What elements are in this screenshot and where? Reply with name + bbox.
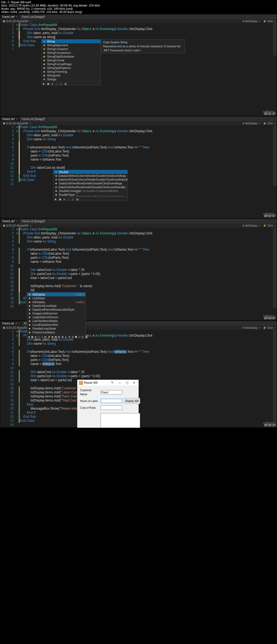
close-icon[interactable]: ×: [16, 220, 17, 223]
breadcrumb-member[interactable]: ◈btnDisplay: [241, 224, 259, 227]
video-timestamp: 00:05:27: [264, 424, 276, 427]
intellisense-popup[interactable]: ◆Double◆DataGridViewColumnDividerDoubleC…: [53, 170, 128, 201]
tab-form1-vb[interactable]: Form1.vb*×: [0, 219, 20, 224]
tab-form1-design[interactable]: Form1.vb [Design]*: [20, 14, 48, 19]
event-icon: ⚡: [263, 20, 266, 23]
vertical-scrollbar[interactable]: [273, 227, 277, 308]
intellisense-item[interactable]: ◆ListViewItemStates: [27, 319, 85, 323]
breadcrumb-project[interactable]: ▣S-01-02-RepairBill: [1, 122, 30, 125]
vertical-scrollbar[interactable]: [273, 330, 277, 427]
editor-tabs: Form1.vb*× Form1.vb [Design]*: [0, 14, 277, 19]
dialog-titlebar[interactable]: Repair Bill — ▢ ✕: [77, 380, 138, 386]
breadcrumb-bar: ▣S-01-02-RepairBill ▾ ◈btnDisplay▾ ⚡Clic…: [0, 19, 277, 23]
intellisense-popup[interactable]: ◆lstDisplayListBox◆LinkState◆lstDisplayL…: [27, 292, 86, 338]
intellisense-item[interactable]: ◆String: [42, 39, 101, 43]
code-editor[interactable]: 1234567891011121314151617181920 ⊟⊟ Publi…: [0, 227, 277, 308]
tab-form1-design[interactable]: Form1.vb [Design]*: [20, 117, 48, 121]
intellisense-item[interactable]: ◆StringDigitSubstitute: [42, 55, 101, 58]
close-icon[interactable]: ×: [16, 15, 17, 18]
intellisense-item[interactable]: ◆StringSplitOptions: [42, 66, 101, 70]
close-icon[interactable]: ×: [18, 322, 19, 325]
file-name-line: File: 2. Repair Bill.mp4: [1, 1, 276, 4]
intellisense-item[interactable]: ◆ParallelLoopState: [27, 327, 85, 330]
tab-form1-vb[interactable]: Form1.vb*×: [0, 117, 20, 121]
display-bill-button[interactable]: Display Bill: [124, 398, 140, 404]
intellisense-item[interactable]: ◆StringComparison: [42, 51, 101, 55]
app-icon: [79, 381, 83, 385]
file-metadata: File: 2. Repair Bill.mp4 Size: 16311176 …: [0, 0, 277, 14]
breadcrumb-member[interactable]: ◈btnDisplay: [241, 326, 259, 329]
code-editor[interactable]: 1234567 ⊟⊟ Public Class frmRepairBill Pr…: [0, 23, 277, 55]
intellisense-item[interactable]: ◆DataGridViewRowDividerDoubleClickEventH…: [54, 185, 127, 189]
code-editor[interactable]: 123456789101112131415 ⊟⊟ Public Class fr…: [0, 125, 277, 186]
video-timestamp: 00:01:37: [264, 112, 276, 115]
intellisense-tooltip: Class System.String Represents text as a…: [101, 39, 185, 54]
intellisense-filter-toolbar[interactable]: ◆▣◈▢◇▤: [42, 81, 101, 85]
intellisense-item[interactable]: ◆lstDisplayListBox: [27, 300, 85, 304]
breadcrumb-event[interactable]: ⚡Click: [261, 224, 275, 227]
intellisense-filter-toolbar[interactable]: ◆▣◈▢◇▤⚡◉▦◐◑▲▼◎⬣⬡◫🔒: [27, 334, 85, 338]
intellisense-item[interactable]: ◆DoubleType (in Microsoft.VisualBasic.Co…: [54, 193, 127, 197]
video-timestamp: 00:04:07: [264, 317, 276, 320]
intellisense-item[interactable]: ◆DataGridViewRowDividerDoubleClickEventA…: [54, 181, 127, 185]
tab-form1-design[interactable]: Form1.vb [Design]*: [20, 219, 48, 224]
breadcrumb-event[interactable]: ⚡Click: [261, 122, 275, 125]
dialog-title: Repair Bill: [84, 381, 97, 385]
intellisense-item[interactable]: ◆Strings: [42, 77, 101, 81]
intellisense-item[interactable]: ◆DataGridParentRowsLabelStyle: [27, 308, 85, 311]
intellisense-item[interactable]: ◆StringFormat: [42, 58, 101, 62]
frame-2: Form1.vb*× Form1.vb [Design]* ▣S-01-02-R…: [0, 116, 277, 218]
intellisense-item[interactable]: ◆DataGridViewColumnDividerDoubleClickEve…: [54, 174, 127, 178]
parts-label: Cost of Parts: [80, 406, 99, 410]
breadcrumb-project[interactable]: ▣S-01-02-RepairBill: [1, 326, 30, 329]
tab-form1-vb[interactable]: Form1.vb⇲×: [0, 321, 22, 326]
intellisense-filter-toolbar[interactable]: ◆▣◈▢◇▤: [54, 197, 127, 201]
breadcrumb-event[interactable]: ⚡Click: [261, 20, 275, 23]
hours-input[interactable]: [101, 399, 122, 403]
intellisense-item[interactable]: ◆LdapStyleUriParser: [27, 315, 85, 319]
breadcrumb-project[interactable]: ▣S-01-02-RepairBill: [1, 20, 30, 23]
intellisense-item[interactable]: ◆DataGridViewColumnDividerDoubleClickEve…: [54, 178, 127, 181]
intellisense-item[interactable]: ◆LocalDataStoreSlot: [27, 323, 85, 327]
intellisense-item[interactable]: ◆StringFormatFlags: [42, 62, 101, 66]
code-editor[interactable]: 123456789101112131415161718192021222324 …: [0, 330, 277, 427]
parts-input[interactable]: [101, 406, 122, 410]
file-size-line: Size: 16311176 bytes (15.56 MiB), durati…: [1, 4, 276, 7]
close-icon[interactable]: ×: [16, 118, 17, 120]
file-video-line: Video: h264, yuv420p, 1280x720, 125 kb/s…: [1, 10, 276, 14]
output-listbox[interactable]: [101, 413, 140, 428]
frame-1: Form1.vb*× Form1.vb [Design]* ▣S-01-02-R…: [0, 14, 277, 116]
tab-form1-vb[interactable]: Form1.vb*×: [0, 14, 20, 19]
vertical-scrollbar[interactable]: [273, 23, 277, 55]
repair-bill-window[interactable]: Repair Bill — ▢ ✕ Customer Name Hours of…: [77, 380, 139, 428]
maximize-button[interactable]: ▢: [124, 381, 130, 385]
close-button[interactable]: ✕: [131, 381, 137, 385]
breadcrumb-event[interactable]: ⚡Click: [261, 326, 275, 329]
intellisense-item[interactable]: ◆StringComparer: [42, 47, 101, 51]
video-timestamp: 00:02:57: [264, 214, 276, 218]
hours-label: Hours of Labor: [80, 399, 99, 403]
breadcrumb-member[interactable]: ◈btnDisplay: [241, 20, 259, 23]
intellisense-item[interactable]: ◆Double: [54, 170, 127, 174]
intellisense-item[interactable]: ◆ImageListStreamer: [27, 311, 85, 315]
intellisense-popup[interactable]: ◆String◆StringAlignment◆StringComparer◆S…: [41, 39, 101, 85]
intellisense-item[interactable]: ◆StringUnit: [42, 74, 101, 77]
vb-project-icon: ▣: [3, 20, 5, 22]
line-numbers: 1234567: [0, 23, 16, 55]
intellisense-item[interactable]: ◆lstDisplayListBox: [27, 293, 85, 296]
intellisense-item[interactable]: ◆LinkState: [27, 296, 85, 300]
breadcrumb-member[interactable]: ◈btnDisplay: [241, 122, 259, 125]
intellisense-item[interactable]: ◆StringTrimming: [42, 70, 101, 74]
dropdown-icon[interactable]: ▾: [30, 20, 31, 22]
customer-name-label: Customer Name: [80, 388, 99, 396]
file-audio-line: Audio: aac, 48000 Hz, 2 channels, s16, 1…: [1, 7, 276, 10]
minimize-button[interactable]: —: [117, 381, 123, 385]
customer-name-input[interactable]: [101, 390, 122, 394]
intellisense-item[interactable]: ◆PowerLineStatus: [27, 330, 85, 334]
breadcrumb-project[interactable]: ▣S-01-02-RepairBill: [1, 224, 30, 227]
vertical-scrollbar[interactable]: [273, 125, 277, 186]
pin-icon[interactable]: ⇲: [15, 322, 17, 325]
intellisense-item[interactable]: ◆StringAlignment: [42, 43, 101, 47]
intellisense-item[interactable]: ◆DataGridLineStyle: [27, 304, 85, 308]
field-icon: ◈: [242, 20, 244, 22]
